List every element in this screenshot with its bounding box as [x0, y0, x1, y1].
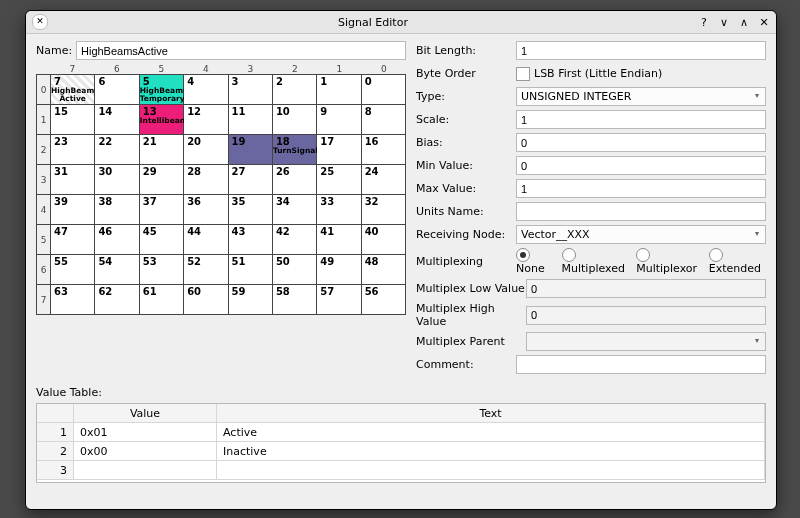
bit-cell[interactable]: 16 — [362, 135, 406, 165]
bit-cell[interactable]: 27 — [229, 165, 273, 195]
mux-option-multiplexor[interactable]: Multiplexor — [636, 248, 701, 275]
table-row[interactable]: 3 — [37, 461, 765, 480]
bit-cell[interactable]: 26 — [273, 165, 317, 195]
mux-parent-combo[interactable]: ▾ — [526, 332, 766, 351]
value-cell[interactable]: 0x01 — [74, 423, 217, 441]
bit-cell[interactable]: 34 — [273, 195, 317, 225]
text-cell[interactable]: Inactive — [217, 442, 765, 460]
bit-cell[interactable]: 31 — [51, 165, 95, 195]
text-cell[interactable]: Active — [217, 423, 765, 441]
bit-cell[interactable]: 37 — [140, 195, 184, 225]
bit-cell[interactable]: 44 — [184, 225, 228, 255]
units-input[interactable] — [516, 202, 766, 221]
byte-row-label: 4 — [37, 195, 51, 225]
bit-cell[interactable]: 51 — [229, 255, 273, 285]
bit-cell[interactable]: 45 — [140, 225, 184, 255]
bit-cell[interactable]: 30 — [95, 165, 139, 195]
bit-cell[interactable]: 5HighBeams Temporary — [140, 75, 184, 105]
bit-cell[interactable]: 50 — [273, 255, 317, 285]
max-input[interactable] — [516, 179, 766, 198]
bit-cell[interactable]: 47 — [51, 225, 95, 255]
bit-cell[interactable]: 60 — [184, 285, 228, 315]
bit-cell[interactable]: 10 — [273, 105, 317, 135]
help-icon[interactable]: ? — [698, 16, 710, 29]
bit-cell[interactable]: 29 — [140, 165, 184, 195]
bit-cell[interactable]: 19 — [229, 135, 273, 165]
bias-input[interactable] — [516, 133, 766, 152]
bit-cell[interactable]: 15 — [51, 105, 95, 135]
bit-cell[interactable]: 17 — [317, 135, 361, 165]
bit-cell[interactable]: 0 — [362, 75, 406, 105]
bit-cell[interactable]: 8 — [362, 105, 406, 135]
bit-cell[interactable]: 1 — [317, 75, 361, 105]
bit-cell[interactable]: 53 — [140, 255, 184, 285]
bit-cell[interactable]: 23 — [51, 135, 95, 165]
value-cell[interactable]: 0x00 — [74, 442, 217, 460]
bit-cell[interactable]: 38 — [95, 195, 139, 225]
bit-cell[interactable]: 24 — [362, 165, 406, 195]
bit-cell[interactable]: 13Intellibeam — [140, 105, 184, 135]
bit-cell[interactable]: 2 — [273, 75, 317, 105]
bit-cell[interactable]: 57 — [317, 285, 361, 315]
scale-input[interactable] — [516, 110, 766, 129]
bit-cell[interactable]: 62 — [95, 285, 139, 315]
bit-cell[interactable]: 42 — [273, 225, 317, 255]
bit-cell[interactable]: 4 — [184, 75, 228, 105]
lsb-checkbox[interactable] — [516, 67, 530, 81]
bit-cell[interactable]: 36 — [184, 195, 228, 225]
bit-cell[interactable]: 56 — [362, 285, 406, 315]
bit-cell[interactable]: 58 — [273, 285, 317, 315]
value-column-header[interactable]: Value — [74, 404, 217, 422]
bit-cell[interactable]: 18TurnSignals — [273, 135, 317, 165]
value-table[interactable]: Value Text 10x01Active20x00Inactive3 — [36, 403, 766, 483]
bit-cell[interactable]: 12 — [184, 105, 228, 135]
bit-cell[interactable]: 52 — [184, 255, 228, 285]
bit-cell[interactable]: 14 — [95, 105, 139, 135]
bit-cell[interactable]: 11 — [229, 105, 273, 135]
bit-length-input[interactable] — [516, 41, 766, 60]
table-row[interactable]: 20x00Inactive — [37, 442, 765, 461]
minimize-icon[interactable]: ∨ — [718, 16, 730, 29]
text-column-header[interactable]: Text — [217, 404, 765, 422]
bit-cell[interactable]: 7HighBeams Active — [51, 75, 95, 105]
min-input[interactable] — [516, 156, 766, 175]
value-cell[interactable] — [74, 461, 217, 479]
bit-cell[interactable]: 20 — [184, 135, 228, 165]
bit-cell[interactable]: 32 — [362, 195, 406, 225]
mux-option-none[interactable]: None — [516, 248, 554, 275]
mux-option-multiplexed[interactable]: Multiplexed — [562, 248, 629, 275]
bit-cell[interactable]: 25 — [317, 165, 361, 195]
bit-cell[interactable]: 55 — [51, 255, 95, 285]
bit-cell[interactable]: 21 — [140, 135, 184, 165]
mux-high-input[interactable] — [526, 306, 766, 325]
window-close-icon[interactable]: ✕ — [32, 14, 48, 30]
bit-cell[interactable]: 49 — [317, 255, 361, 285]
bit-cell[interactable]: 46 — [95, 225, 139, 255]
bit-cell[interactable]: 40 — [362, 225, 406, 255]
maximize-icon[interactable]: ∧ — [738, 16, 750, 29]
text-cell[interactable] — [217, 461, 765, 479]
bit-cell[interactable]: 48 — [362, 255, 406, 285]
bit-cell[interactable]: 22 — [95, 135, 139, 165]
bit-cell[interactable]: 63 — [51, 285, 95, 315]
bit-cell[interactable]: 39 — [51, 195, 95, 225]
bit-cell[interactable]: 54 — [95, 255, 139, 285]
bit-cell[interactable]: 35 — [229, 195, 273, 225]
bit-cell[interactable]: 61 — [140, 285, 184, 315]
bit-cell[interactable]: 41 — [317, 225, 361, 255]
bit-cell[interactable]: 9 — [317, 105, 361, 135]
bit-cell[interactable]: 59 — [229, 285, 273, 315]
type-combo[interactable]: UNSIGNED INTEGER ▾ — [516, 87, 766, 106]
name-input[interactable] — [76, 41, 406, 60]
bit-cell[interactable]: 3 — [229, 75, 273, 105]
close-icon[interactable]: ✕ — [758, 16, 770, 29]
comment-input[interactable] — [516, 355, 766, 374]
receiving-node-combo[interactable]: Vector__XXX ▾ — [516, 225, 766, 244]
bit-cell[interactable]: 43 — [229, 225, 273, 255]
mux-option-extended[interactable]: Extended — [709, 248, 766, 275]
bit-cell[interactable]: 28 — [184, 165, 228, 195]
mux-low-input[interactable] — [526, 279, 766, 298]
bit-cell[interactable]: 6 — [95, 75, 139, 105]
bit-cell[interactable]: 33 — [317, 195, 361, 225]
table-row[interactable]: 10x01Active — [37, 423, 765, 442]
